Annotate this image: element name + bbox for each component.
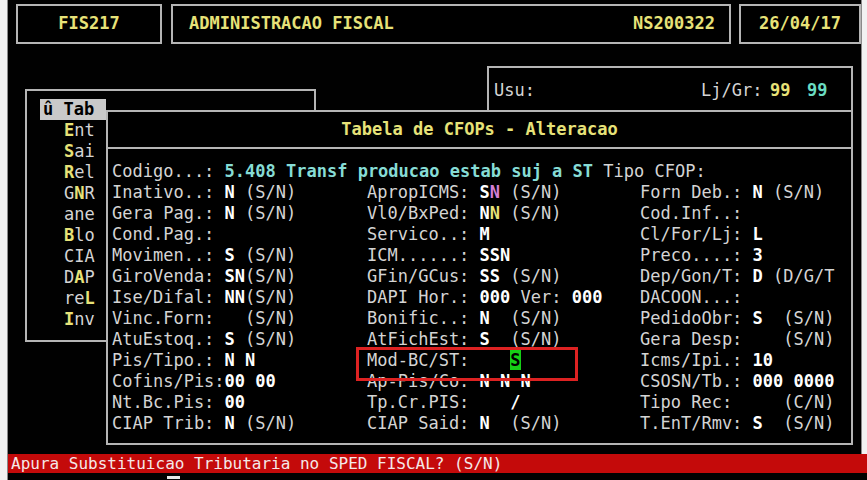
terminal-screen: FIS217 ADMINISTRACAO FISCAL NS200322 26/… (0, 0, 867, 480)
field-row[interactable]: CIAP Trib: N (S/N) (112, 413, 296, 434)
field-row[interactable]: Forn Deb.: N (S/N) (640, 182, 835, 203)
sidebar-menu: û TabEntSaiRelGNRaneBloCIADAPreLInv (40, 99, 106, 330)
field-row[interactable]: Vl0/BxPed: NN (S/N) (367, 203, 602, 224)
codigo-field-row[interactable]: Codigo...: 5.408 Transf producao estab s… (112, 161, 706, 182)
field-row[interactable]: GiroVenda: SN(S/N) (112, 266, 296, 287)
menu-item-selected[interactable]: û Tab (40, 99, 106, 120)
program-code-box: FIS217 (16, 4, 162, 44)
field-row[interactable]: AtuEstoq.: S (S/N) (112, 329, 296, 350)
field-row[interactable]: Cod.Inf..: (640, 203, 835, 224)
field-row[interactable]: Gera Desp: (S/N) (640, 329, 835, 350)
field-row[interactable]: Ise/Difal: NN(S/N) (112, 287, 296, 308)
field-column-middle: ApropICMS: SN (S/N)Vl0/BxPed: NN (S/N)Se… (367, 182, 602, 434)
field-row[interactable]: Cl/For/Lj: L (640, 224, 835, 245)
field-row[interactable]: AtFichEst: S (S/N) (367, 329, 602, 350)
menu-item[interactable]: Sai (40, 141, 106, 162)
status-prompt-bar: Apura Substituicao Tributaria no SPED FI… (7, 454, 867, 473)
store-group-label: Lj/Gr: (701, 80, 762, 101)
dialog-divider (108, 147, 851, 149)
menu-item[interactable]: CIA (40, 246, 106, 267)
field-row[interactable]: GFin/GCus: SS (S/N) (367, 266, 602, 287)
app-title: ADMINISTRACAO FISCAL (189, 13, 394, 34)
store-number: 99 (770, 80, 790, 101)
field-row[interactable]: CSOSN/Tb.: 000 0000 (640, 371, 835, 392)
window-left-border (0, 0, 8, 480)
field-row[interactable]: T.EnT/Rmv: S (S/N) (640, 413, 835, 434)
field-column-right: Forn Deb.: N (S/N)Cod.Inf..:Cl/For/Lj: L… (640, 182, 835, 434)
field-row[interactable]: Dep/Gon/T: D (D/G/T (640, 266, 835, 287)
app-title-box: ADMINISTRACAO FISCAL NS200322 (171, 4, 731, 44)
field-row[interactable]: ICM......: SSN (367, 245, 602, 266)
field-row[interactable]: Servico..: M (367, 224, 602, 245)
field-row[interactable]: Cofins/Pis:00 00 (112, 371, 296, 392)
field-row[interactable]: ApropICMS: SN (S/N) (367, 182, 602, 203)
current-date: 26/04/17 (741, 13, 859, 34)
user-label: Usu: (494, 80, 535, 101)
menu-item[interactable]: reL (40, 288, 106, 309)
field-row[interactable]: Icms/Ipi.: 10 (640, 350, 835, 371)
menu-item[interactable]: Ent (40, 120, 106, 141)
field-row[interactable]: Preco....: 3 (640, 245, 835, 266)
field-row[interactable]: Cond.Pag.: (112, 224, 296, 245)
terminal-cursor-artifact (167, 476, 180, 479)
menu-item[interactable]: DAP (40, 267, 106, 288)
app-version: NS200322 (633, 13, 715, 34)
menu-item[interactable]: Rel (40, 162, 106, 183)
window-right-border (861, 0, 867, 454)
menu-item[interactable]: Blo (40, 225, 106, 246)
cfop-dialog: Tabela de CFOPs - Alteracao Codigo...: 5… (106, 110, 853, 445)
field-row[interactable]: Gera Pag.: N (S/N) (112, 203, 296, 224)
dialog-title: Tabela de CFOPs - Alteracao (108, 119, 851, 140)
field-row[interactable]: Nt.Bc.Pis: 00 (112, 392, 296, 413)
menu-item[interactable]: GNR (40, 183, 106, 204)
program-code: FIS217 (18, 13, 160, 34)
field-row[interactable]: Pis/Tipo.: N N (112, 350, 296, 371)
menu-item[interactable]: Inv (40, 309, 106, 330)
field-row[interactable]: DAPI Hor.: 000 Ver: 000 (367, 287, 602, 308)
field-row[interactable]: Vinc.Forn: (S/N) (112, 308, 296, 329)
user-info-box: Usu: Lj/Gr: 99 99 (487, 66, 853, 112)
field-row[interactable]: Mod-BC/ST: S (367, 350, 602, 371)
field-row[interactable]: Tipo Rec: (C/N) (640, 392, 835, 413)
field-row[interactable]: PedidoObr: S (S/N) (640, 308, 835, 329)
field-row[interactable]: Movimen..: S (S/N) (112, 245, 296, 266)
group-number: 99 (807, 80, 827, 101)
field-row[interactable]: Ap-Pis/Co: N N N (367, 371, 602, 392)
field-row[interactable]: CIAP Said: N (S/N) (367, 413, 602, 434)
field-column-left: Inativo..: N (S/N)Gera Pag.: N (S/N)Cond… (112, 182, 296, 434)
field-row[interactable]: Inativo..: N (S/N) (112, 182, 296, 203)
date-box: 26/04/17 (739, 4, 861, 44)
field-row[interactable]: Tp.Cr.PIS: / (367, 392, 602, 413)
menu-item[interactable]: ane (40, 204, 106, 225)
field-row[interactable]: Bonific..: N (S/N) (367, 308, 602, 329)
field-row[interactable]: DACOON...: (640, 287, 835, 308)
